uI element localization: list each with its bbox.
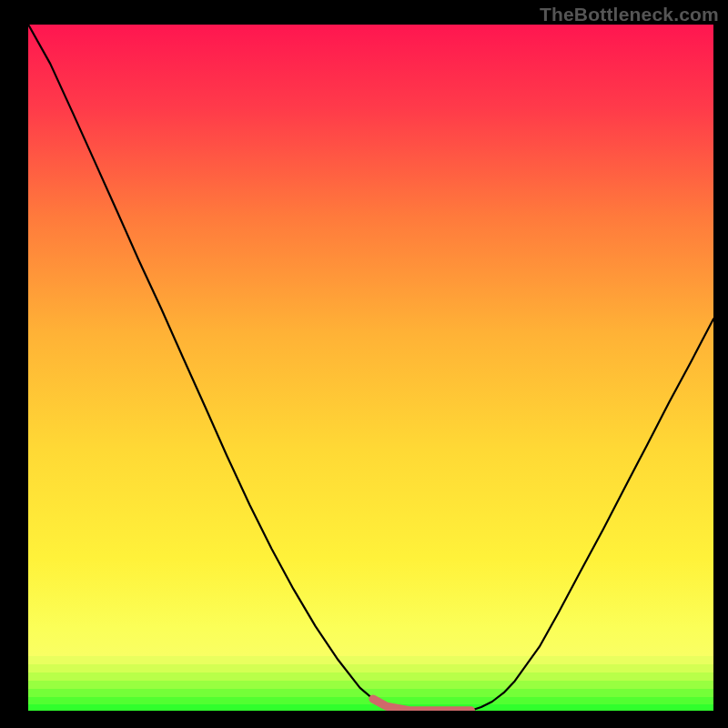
watermark-text: TheBottleneck.com <box>540 4 719 25</box>
gradient-panel <box>28 25 713 711</box>
chart-container: TheBottleneck.com <box>0 0 728 728</box>
bottleneck-chart <box>0 0 728 728</box>
svg-rect-7 <box>28 704 713 711</box>
svg-rect-1 <box>28 656 713 664</box>
svg-rect-4 <box>28 681 713 689</box>
bottom-bands <box>28 656 713 711</box>
svg-rect-3 <box>28 672 713 681</box>
svg-rect-2 <box>28 664 713 672</box>
